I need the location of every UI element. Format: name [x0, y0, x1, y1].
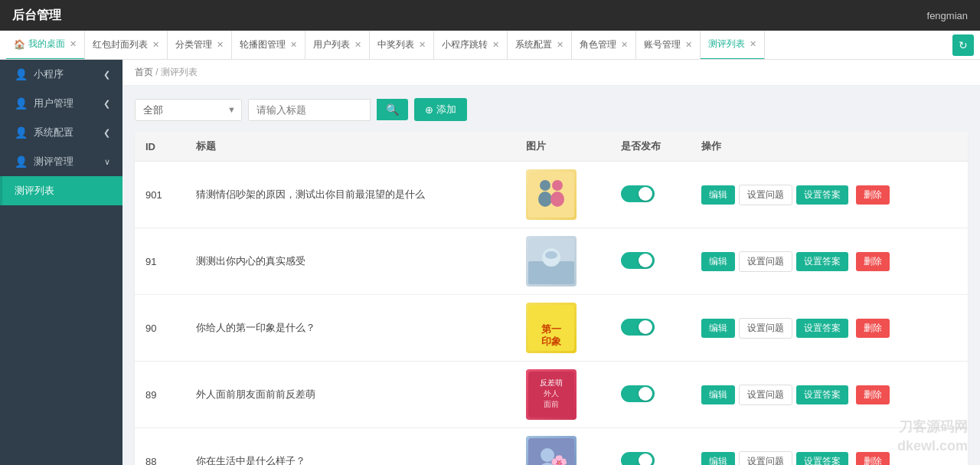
cell-id-91: 91 [135, 228, 185, 295]
toggle-thumb-88 [639, 454, 652, 466]
category-select[interactable]: 全部 [135, 99, 242, 121]
category-select-wrap: 全部 ▼ [135, 99, 242, 121]
toggle-track-90 [621, 319, 655, 336]
delete-button-89[interactable]: 删除 [856, 385, 890, 404]
tab-userlist-label: 用户列表 [313, 38, 350, 51]
edit-button-901[interactable]: 编辑 [701, 185, 735, 205]
answer-button-89[interactable]: 设置答案 [796, 385, 848, 404]
edit-button-88[interactable]: 编辑 [701, 452, 735, 466]
toggle-thumb-901 [639, 187, 652, 201]
answer-button-90[interactable]: 设置答案 [796, 319, 848, 338]
table-header-row: ID 标题 图片 是否发布 操作 [135, 132, 968, 162]
tab-home-close[interactable]: ✕ [70, 39, 77, 49]
tab-miniapp-label: 小程序跳转 [442, 38, 488, 51]
answer-button-88[interactable]: 设置答案 [796, 452, 848, 466]
table-row: 90 你给人的第一印象是什么？ 第一 印象 [135, 295, 968, 362]
cell-id-901: 901 [135, 162, 185, 228]
cell-title-901: 猜测情侣吵架的原因，测试出你目前最混望的是什么 [185, 162, 515, 228]
table-row: 89 外人面前朋友面前前反差萌 反差萌 外人 面前 [135, 362, 968, 428]
toggle-91[interactable] [621, 252, 655, 269]
breadcrumb-current: 测评列表 [161, 67, 198, 77]
tab-category-close[interactable]: ✕ [217, 40, 224, 50]
tab-userlist[interactable]: 用户列表 ✕ [305, 31, 370, 60]
answer-button-901[interactable]: 设置答案 [796, 185, 848, 205]
tab-userlist-close[interactable]: ✕ [354, 40, 361, 50]
search-button[interactable]: 🔍 [377, 99, 408, 120]
tab-role-close[interactable]: ✕ [621, 40, 628, 50]
delete-button-901[interactable]: 删除 [856, 185, 890, 205]
row-image-91 [526, 236, 577, 287]
svg-text:第一: 第一 [541, 323, 561, 335]
breadcrumb-home[interactable]: 首页 [135, 67, 153, 77]
tab-prize[interactable]: 中奖列表 ✕ [370, 31, 434, 60]
refresh-button[interactable]: ↻ [952, 34, 974, 56]
edit-button-90[interactable]: 编辑 [701, 319, 735, 338]
question-button-89[interactable]: 设置问题 [739, 385, 792, 405]
tab-banner-close[interactable]: ✕ [290, 40, 297, 50]
tab-sysconfig-label: 系统配置 [515, 38, 552, 51]
toggle-89[interactable] [621, 385, 655, 402]
delete-button-90[interactable]: 删除 [856, 319, 890, 338]
search-input[interactable] [248, 99, 371, 121]
sidebar-item-usermgmt[interactable]: 👤 用户管理 ❮ [0, 89, 122, 118]
tab-prize-close[interactable]: ✕ [419, 40, 426, 50]
tab-miniapp-close[interactable]: ✕ [492, 40, 499, 50]
tab-account-close[interactable]: ✕ [685, 40, 692, 50]
survey-table: ID 标题 图片 是否发布 操作 901 猜测情侣吵架的原因，测试出你目前最混望… [135, 132, 968, 465]
svg-text:印象: 印象 [541, 336, 562, 347]
tab-survey[interactable]: 测评列表 ✕ [701, 31, 765, 60]
cell-published-90 [610, 295, 691, 362]
question-button-88[interactable]: 设置问题 [739, 451, 792, 466]
cell-img-89: 反差萌 外人 面前 [515, 362, 610, 428]
tab-account[interactable]: 账号管理 ✕ [636, 31, 701, 60]
delete-button-88[interactable]: 删除 [856, 452, 890, 466]
sidebar-item-survey-mgmt[interactable]: 👤 测评管理 ∨ [0, 147, 122, 176]
svg-text:反差萌: 反差萌 [540, 378, 563, 387]
tab-redpacket-close[interactable]: ✕ [152, 40, 159, 50]
question-button-91[interactable]: 设置问题 [739, 251, 792, 272]
home-icon: 🏠 [14, 39, 25, 50]
user-icon-2: 👤 [15, 97, 28, 110]
tab-prize-label: 中奖列表 [377, 38, 414, 51]
cell-published-88 [610, 428, 691, 466]
cell-img-901 [515, 162, 610, 228]
sidebar-item-survey-mgmt-label: 测评管理 [34, 155, 74, 169]
sidebar: 👤 小程序 ❮ 👤 用户管理 ❮ 👤 系统配置 ❮ 👤 测评管理 ∨ 测评列表 [0, 60, 122, 465]
add-button[interactable]: ⊕ 添加 [414, 98, 467, 121]
question-button-901[interactable]: 设置问题 [739, 185, 792, 205]
tab-redpacket[interactable]: 红包封面列表 ✕ [85, 31, 168, 60]
tab-sysconfig[interactable]: 系统配置 ✕ [508, 31, 572, 60]
answer-button-91[interactable]: 设置答案 [796, 252, 848, 271]
cell-published-91 [610, 228, 691, 295]
tab-survey-close[interactable]: ✕ [750, 39, 756, 49]
toggle-901[interactable] [621, 185, 655, 202]
tab-home-label: 我的桌面 [28, 38, 65, 51]
question-button-90[interactable]: 设置问题 [739, 318, 792, 339]
toggle-track-901 [621, 185, 655, 202]
tab-miniapp[interactable]: 小程序跳转 ✕ [434, 31, 508, 60]
edit-button-91[interactable]: 编辑 [701, 252, 735, 271]
sidebar-item-sysconfig[interactable]: 👤 系统配置 ❮ [0, 118, 122, 147]
toggle-90[interactable] [621, 319, 655, 336]
tab-home[interactable]: 🏠 我的桌面 ✕ [6, 31, 85, 60]
delete-button-91[interactable]: 删除 [856, 252, 890, 271]
toggle-88[interactable] [621, 452, 655, 466]
cell-title-89: 外人面前朋友面前前反差萌 [185, 362, 515, 428]
app-title: 后台管理 [12, 8, 61, 24]
action-group-90: 编辑 设置问题 设置答案 删除 [701, 318, 957, 339]
svg-point-3 [552, 180, 563, 191]
tab-banner[interactable]: 轮播图管理 ✕ [232, 31, 305, 60]
add-icon: ⊕ [425, 104, 433, 116]
tab-sysconfig-close[interactable]: ✕ [557, 40, 564, 50]
row-image-90: 第一 印象 [526, 303, 577, 353]
cell-img-88: 🌸 [515, 428, 610, 466]
tab-role[interactable]: 角色管理 ✕ [572, 31, 636, 60]
add-label: 添加 [436, 103, 456, 116]
cell-id-89: 89 [135, 362, 185, 428]
svg-point-8 [545, 251, 557, 259]
cell-title-88: 你在生活中是什么样子？ [185, 428, 515, 466]
edit-button-89[interactable]: 编辑 [701, 385, 735, 404]
tab-category[interactable]: 分类管理 ✕ [168, 31, 232, 60]
sidebar-item-miniapp[interactable]: 👤 小程序 ❮ [0, 60, 122, 89]
sidebar-item-survey-list[interactable]: 测评列表 [0, 176, 122, 205]
